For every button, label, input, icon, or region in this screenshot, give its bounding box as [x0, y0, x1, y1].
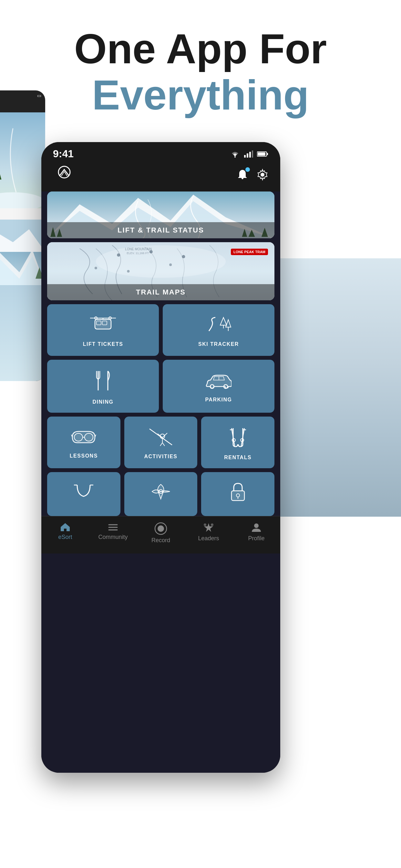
community-nav-icon	[107, 522, 119, 532]
battery-icon	[257, 151, 269, 157]
status-icons	[230, 151, 269, 158]
home-nav-icon	[60, 522, 71, 532]
svg-point-91	[204, 523, 206, 526]
lift-trail-banner[interactable]: LIFT & TRAIL STATUS	[47, 191, 274, 238]
svg-point-93	[254, 523, 258, 528]
svg-rect-15	[249, 152, 251, 158]
main-phone: 9:41	[41, 142, 280, 773]
svg-line-71	[160, 443, 162, 446]
zipline-icon	[148, 427, 174, 449]
background-phone: ▐▐▐ ▭ ⚙	[0, 90, 45, 381]
svg-point-20	[58, 166, 70, 178]
svg-rect-18	[267, 153, 268, 155]
snowflake-icon	[150, 483, 172, 503]
gondola-icon	[90, 315, 116, 337]
nav-leaders-label: Leaders	[198, 535, 219, 542]
signal-icon	[244, 151, 253, 158]
ski-tracker-cell[interactable]: SKI TRACKER	[163, 304, 274, 356]
bg-phone-ski-image3	[0, 285, 45, 381]
nav-resort-label: eSort	[58, 534, 72, 540]
dining-icon	[93, 369, 113, 395]
grid-section: LIFT TICKETS	[47, 304, 274, 516]
svg-point-92	[211, 523, 213, 526]
svg-rect-82	[232, 491, 244, 500]
trail-maps-banner[interactable]: LONE MOUNTAIN ELEV. 11,166 FT LONE PEAK …	[47, 242, 274, 300]
app-logo	[53, 166, 75, 185]
dining-label: DINING	[93, 399, 114, 405]
ski-lift-bottom-icon	[72, 484, 95, 502]
settings-button[interactable]	[256, 168, 269, 182]
grid-row-4	[47, 472, 274, 516]
record-nav-icon	[154, 522, 167, 535]
header-actions	[236, 168, 269, 182]
lift-tickets-cell[interactable]: LIFT TICKETS	[47, 304, 159, 356]
trail-maps-label: TRAIL MAPS	[47, 284, 274, 300]
activities-label: ACTIVITIES	[144, 454, 178, 460]
lock-icon	[229, 482, 247, 504]
skis-icon	[227, 427, 249, 450]
extra-cell-2[interactable]	[124, 472, 197, 516]
profile-nav-icon	[251, 522, 262, 533]
nav-community-label: Community	[98, 534, 127, 540]
nav-profile-label: Profile	[248, 535, 265, 542]
ski-tracker-label: SKI TRACKER	[198, 341, 239, 347]
headline-section: One App For Everything	[0, 20, 401, 125]
activities-cell[interactable]: ACTIVITIES	[124, 416, 197, 468]
car-icon	[206, 372, 232, 392]
svg-rect-13	[244, 155, 246, 158]
svg-point-61	[74, 433, 83, 441]
nav-community[interactable]: Community	[89, 522, 137, 544]
gear-icon	[256, 168, 269, 181]
svg-line-72	[162, 443, 165, 446]
lessons-cell[interactable]: LESSONS	[47, 416, 120, 468]
extra-cell-3[interactable]	[201, 472, 274, 516]
notification-dot	[245, 167, 250, 172]
svg-point-89	[158, 525, 164, 532]
grid-row-1: LIFT TICKETS	[47, 304, 274, 356]
goggles-icon	[71, 428, 96, 448]
rentals-label: RENTALS	[224, 455, 251, 461]
headline-line2: Everything	[6, 72, 395, 118]
grid-row-3: LESSONS	[47, 416, 274, 468]
ski-track-icon	[206, 315, 232, 337]
svg-point-12	[235, 156, 236, 158]
nav-record-label: Record	[151, 537, 170, 544]
dining-cell[interactable]: DINING	[47, 360, 159, 413]
parking-cell[interactable]: PARKING	[163, 360, 274, 413]
app-header	[41, 163, 280, 191]
nav-profile[interactable]: Profile	[233, 522, 280, 544]
lone-peak-tag: LONE PEAK TRAM	[231, 249, 268, 255]
rentals-cell[interactable]: RENTALS	[201, 416, 274, 468]
svg-rect-19	[258, 152, 266, 156]
svg-marker-49	[220, 317, 227, 325]
notification-button[interactable]	[236, 168, 249, 182]
lessons-label: LESSONS	[70, 453, 98, 459]
bottom-nav: eSort Community Record	[41, 516, 280, 554]
svg-rect-14	[247, 153, 248, 158]
status-time: 9:41	[53, 148, 73, 160]
headline-line1: One App For	[6, 26, 395, 72]
svg-point-62	[85, 433, 93, 441]
leaders-nav-icon	[203, 522, 215, 533]
lift-trail-label: LIFT & TRAIL STATUS	[47, 222, 274, 238]
svg-line-66	[150, 429, 172, 445]
status-bar: 9:41	[41, 142, 280, 163]
svg-marker-51	[226, 320, 231, 327]
app-content: LIFT & TRAIL STATUS	[41, 191, 280, 773]
lift-tickets-label: LIFT TICKETS	[83, 341, 123, 347]
grid-row-2: DINING	[47, 360, 274, 413]
nav-record[interactable]: Record	[137, 522, 185, 544]
extra-cell-1[interactable]	[47, 472, 120, 516]
parking-label: PARKING	[205, 397, 232, 403]
wifi-icon	[230, 151, 240, 158]
nav-resort[interactable]: eSort	[41, 522, 89, 544]
mountain-logo-icon	[53, 166, 75, 185]
svg-rect-16	[252, 151, 253, 158]
nav-leaders[interactable]: Leaders	[185, 522, 233, 544]
